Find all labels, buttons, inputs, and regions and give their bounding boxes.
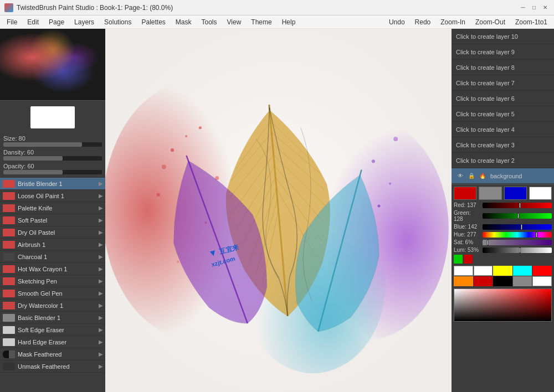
brush-name-label: Dry Watercolor 1 [18,302,99,309]
layer-item[interactable]: Click to create layer 10 [452,29,554,44]
brush-item[interactable]: Sketching Pen▶ [0,275,105,287]
brush-item[interactable]: Airbrush 1▶ [0,239,105,251]
menu-solutions[interactable]: Solutions [100,17,136,27]
palette-cell[interactable] [513,266,532,276]
brush-item[interactable]: Hot Wax Crayon 1▶ [0,263,105,275]
menu-page[interactable]: Page [44,17,69,27]
hue-slider[interactable] [483,232,552,238]
brush-item[interactable]: Dry Watercolor 1▶ [0,300,105,312]
brush-name-label: Basic Blender 1 [18,314,99,321]
color-swatch-red[interactable] [454,187,476,200]
density-slider[interactable] [3,156,102,161]
brush-item[interactable]: Unmask Feathered▶ [0,360,105,373]
menu-zoom-1to1[interactable]: Zoom-1to1 [511,17,552,27]
menu-layers[interactable]: Layers [70,17,99,27]
layer-label: Click to create layer 3 [456,142,515,148]
brush-item[interactable]: Soft Pastel▶ [0,214,105,226]
canvas-content[interactable]: ▼ 互宜来 xzjt.com [105,29,452,392]
brush-icon [2,313,16,323]
layer-blend-icon[interactable]: 🔥 [478,172,487,180]
brush-item[interactable]: Basic Blender 1▶ [0,312,105,324]
quick-color-red[interactable] [464,255,473,264]
brush-icon-img [3,338,15,346]
menu-mask[interactable]: Mask [171,17,196,27]
menu-tools[interactable]: Tools [197,17,222,27]
color-section: Red: 137 Green: 128 Blue: 142 Hue: 277 [452,184,554,324]
layer-item[interactable]: Click to create layer 8 [452,60,554,75]
menu-zoom-out[interactable]: Zoom-Out [471,17,510,27]
layer-item[interactable]: Click to create layer 7 [452,75,554,91]
green-slider[interactable] [483,213,552,219]
palette-cell[interactable] [493,266,512,276]
layer-item[interactable]: Click to create layer 9 [452,44,554,60]
menu-theme[interactable]: Theme [247,17,276,27]
palette-cell[interactable] [532,276,552,286]
brush-item[interactable]: Dry Oil Pastel▶ [0,226,105,239]
size-slider[interactable] [3,142,102,147]
layer-icon-group: 👁🔒🔥 [456,172,487,180]
green-slider-row: Green: 128 [454,210,552,222]
layer-item[interactable]: Click to create layer 3 [452,137,554,153]
palette-cell[interactable] [513,276,532,286]
lum-slider-row: Lum: 53% [454,247,552,253]
brush-item[interactable]: Smooth Gel Pen▶ [0,287,105,300]
color-swatch-white[interactable] [529,187,552,200]
layer-item[interactable]: Click to create layer 4 [452,122,554,137]
red-slider[interactable] [483,203,552,208]
menu-undo[interactable]: Undo [384,17,409,27]
brush-item[interactable]: Mask Feathered▶ [0,348,105,360]
menu-redo[interactable]: Redo [411,17,435,27]
palette-cell[interactable] [474,276,493,286]
layer-item[interactable]: 👁🔒🔥background [452,168,554,184]
layer-visibility-icon[interactable]: 👁 [456,172,465,180]
opacity-label: Opacity: 60 [3,163,102,169]
brush-submenu-arrow: ▶ [99,180,103,187]
brush-item[interactable]: Charcoal 1▶ [0,251,105,263]
palette-cell[interactable] [474,266,493,276]
brush-item[interactable]: Loose Oil Paint 1▶ [0,190,105,202]
lum-label: Lum: 53% [454,247,481,253]
brush-thumbnail [30,106,75,128]
brush-item[interactable]: Hard Edge Eraser▶ [0,336,105,348]
menu-zoom-in[interactable]: Zoom-In [436,17,470,27]
layer-item[interactable]: Click to create layer 2 [452,153,554,168]
minimize-button[interactable]: ─ [519,3,527,12]
app-icon [4,3,13,12]
palette-cell[interactable] [454,276,473,286]
color-swatch-gray[interactable] [479,187,501,200]
quick-color-green[interactable] [454,255,463,264]
brush-item[interactable]: Bristle Blender 1▶ [0,178,105,190]
close-button[interactable]: ✕ [541,3,550,12]
layer-label: Click to create layer 8 [456,64,515,71]
maximize-button[interactable]: □ [530,3,538,12]
blue-slider[interactable] [483,224,552,230]
brush-icon-img [3,314,15,322]
brush-name-label: Hard Edge Eraser [18,339,99,345]
sat-slider[interactable] [483,240,552,245]
brush-name-label: Palette Knife [18,205,99,212]
lum-slider[interactable] [483,247,552,253]
menu-file[interactable]: File [2,17,22,27]
palette-cell[interactable] [493,276,512,286]
menu-help[interactable]: Help [278,17,300,27]
color-gradient[interactable] [454,288,552,322]
layer-item[interactable]: Click to create layer 5 [452,106,554,122]
brush-submenu-arrow: ▶ [99,363,103,369]
size-fill [3,142,82,147]
brush-icon [2,228,16,238]
palette-cell[interactable] [454,266,473,276]
canvas-area[interactable]: ▼ 互宜来 xzjt.com [105,29,452,392]
layer-lock-icon[interactable]: 🔒 [467,172,476,180]
brush-item[interactable]: Palette Knife▶ [0,202,105,214]
menu-edit[interactable]: Edit [23,17,43,27]
opacity-slider[interactable] [3,170,102,174]
brush-icon [2,276,16,286]
palette-cell[interactable] [532,266,552,276]
layer-item[interactable]: Click to create layer 6 [452,91,554,106]
left-panel: Size: 80 Dansity: 60 Opacity: 60 Bristle… [0,29,105,392]
menu-palettes[interactable]: Palettes [137,17,170,27]
menu-view[interactable]: View [223,17,246,27]
color-swatch-blue[interactable] [504,187,527,200]
quick-colors [454,255,552,264]
brush-item[interactable]: Soft Edge Eraser▶ [0,324,105,336]
